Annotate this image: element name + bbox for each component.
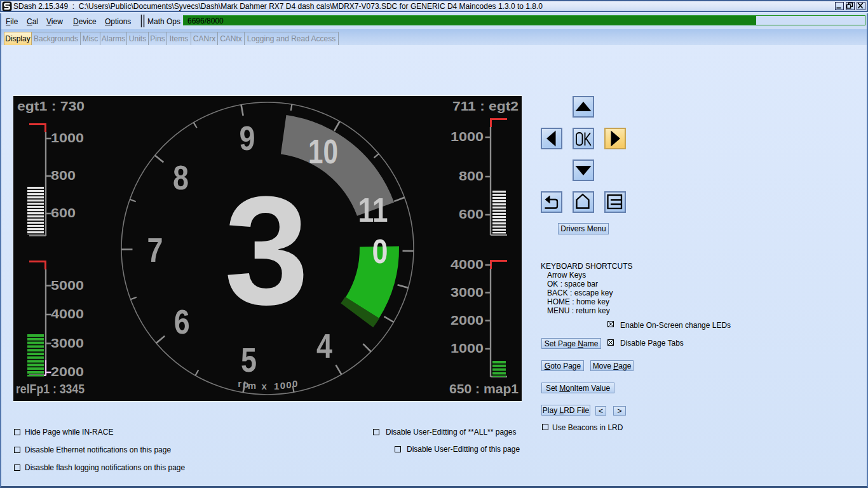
svg-text:800: 800 — [51, 168, 76, 182]
svg-text:600: 600 — [459, 207, 484, 221]
svg-text:3000: 3000 — [51, 336, 84, 350]
svg-text:relFp1 : 3345: relFp1 : 3345 — [16, 382, 85, 396]
svg-text:711 : egt2: 711 : egt2 — [452, 99, 519, 113]
svg-text:8: 8 — [173, 158, 189, 196]
svg-text:6: 6 — [174, 302, 190, 341]
svg-text:800: 800 — [459, 169, 484, 183]
svg-text:egt1 : 730: egt1 : 730 — [17, 99, 85, 113]
svg-text:10: 10 — [308, 132, 338, 170]
svg-text:4000: 4000 — [51, 307, 84, 321]
svg-text:2000: 2000 — [51, 365, 84, 379]
svg-text:7: 7 — [147, 231, 163, 269]
svg-text:1000: 1000 — [51, 131, 84, 145]
svg-text:9: 9 — [240, 119, 255, 157]
svg-text:r: r — [238, 378, 241, 389]
svg-text:1: 1 — [274, 381, 279, 391]
svg-text:4000: 4000 — [451, 257, 484, 271]
svg-text:1000: 1000 — [451, 130, 484, 144]
svg-text:0: 0 — [280, 380, 285, 391]
svg-text:5: 5 — [241, 341, 257, 379]
svg-text:5000: 5000 — [51, 278, 84, 292]
svg-text:2000: 2000 — [451, 313, 484, 327]
svg-text:0: 0 — [292, 378, 297, 389]
svg-text:3000: 3000 — [451, 285, 484, 299]
svg-text:x: x — [262, 381, 268, 391]
svg-text:4: 4 — [316, 327, 332, 365]
svg-text:600: 600 — [51, 206, 76, 220]
svg-text:3: 3 — [224, 164, 309, 336]
svg-text:0: 0 — [372, 232, 388, 270]
svg-text:m: m — [248, 380, 256, 391]
svg-text:1000: 1000 — [451, 341, 484, 355]
svg-text:11: 11 — [358, 191, 388, 229]
svg-text:0: 0 — [286, 379, 291, 390]
svg-text:650 : map1: 650 : map1 — [449, 382, 519, 396]
